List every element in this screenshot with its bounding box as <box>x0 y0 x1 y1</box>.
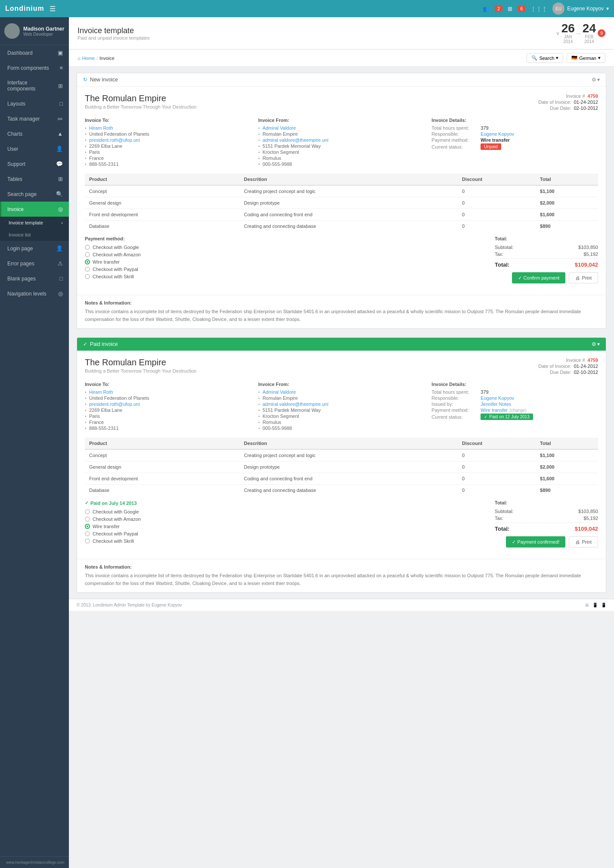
settings-icon: ⚙ <box>592 341 596 347</box>
sidebar-item-label: Support <box>7 161 54 167</box>
sidebar-item-dashboard[interactable]: Dashboard ▣ <box>0 45 69 60</box>
payment-confirmed-button[interactable]: ✓ Payment confirmed! <box>506 536 566 548</box>
radio-circle-skrill-paid <box>85 538 90 544</box>
radio-wire-transfer[interactable]: Wire transfer <box>85 259 486 264</box>
user-icon: 👤 <box>56 146 63 152</box>
list-item: 5151 Pardek Memorial Way <box>258 408 425 413</box>
sidebar-item-tables[interactable]: Tables ⊞ <box>0 171 69 187</box>
radio-label-google-paid: Checkout with Google <box>93 509 139 514</box>
sidebar-sub-item-invoice-list[interactable]: Invoice list <box>0 229 69 241</box>
table-row: Concept Creating project concept and log… <box>85 185 598 197</box>
date-from-month: JAN2014 <box>561 34 575 44</box>
layout-icon: □ <box>59 100 63 107</box>
sidebar: Madison Gartner Web Developer Dashboard … <box>0 17 69 868</box>
radio-checkout-paypal-paid[interactable]: Checkout with Paypal <box>85 531 486 536</box>
from-email-link[interactable]: admiral.valdore@theempire.uni <box>263 137 329 143</box>
radio-checkout-amazon[interactable]: Checkout with Amazon <box>85 252 486 257</box>
payment-change-paid[interactable]: (change) <box>509 408 526 413</box>
hours-row: Total hours spent: 379 <box>431 125 598 131</box>
paid-invoice-settings[interactable]: ⚙ ▾ <box>592 341 600 347</box>
users-icon[interactable]: 👥 <box>483 6 490 12</box>
company-tagline-paid: Building a Better Tomorrow Through Your … <box>85 368 196 373</box>
payment-method-section-paid: ✓ Paid on July 14 2013 Checkout with Goo… <box>85 500 486 548</box>
contact-email-link-paid[interactable]: president.roth@ufop.uni <box>89 401 140 407</box>
radio-checkout-skrill[interactable]: Checkout with Skrill <box>85 274 486 279</box>
subtotal-value-paid: $103,850 <box>578 509 598 514</box>
from-email-link-paid[interactable]: admiral.valdore@theempire.uni <box>263 401 329 407</box>
list-item: 888-555-2311 <box>85 426 251 431</box>
responsible-link-paid[interactable]: Eugene Kopyov <box>481 395 514 401</box>
radio-circle-amazon <box>85 252 90 257</box>
sidebar-item-support[interactable]: Support 💬 <box>0 156 69 171</box>
radio-checkout-amazon-paid[interactable]: Checkout with Amazon <box>85 516 486 522</box>
list-item: United Federation of Planets <box>85 131 251 137</box>
sidebar-item-search-page[interactable]: Search page 🔍 <box>0 187 69 202</box>
table-row: Front end development Coding and connect… <box>85 209 598 221</box>
radio-checkout-google[interactable]: Checkout with Google <box>85 245 486 250</box>
confirm-payment-button[interactable]: ✓ Confirm payment <box>512 272 566 283</box>
contact-name-link-paid[interactable]: Hiram Roth <box>89 389 113 395</box>
radio-label-google: Checkout with Google <box>93 245 139 250</box>
from-name-link[interactable]: Admiral Valdore <box>263 125 296 131</box>
invoice-settings-button[interactable]: ⚙ ▾ <box>592 77 600 83</box>
product-discount: 0 <box>458 473 536 485</box>
sidebar-item-invoice[interactable]: Invoice ◎ <box>0 202 69 217</box>
radio-circle-wire <box>85 259 90 264</box>
contact-name-link[interactable]: Hiram Roth <box>89 125 113 131</box>
settings-icon: ⚙ <box>592 77 596 83</box>
breadcrumb-home[interactable]: Home <box>82 56 95 61</box>
sidebar-sub-label: Invoice list <box>9 232 31 237</box>
issued-link-paid[interactable]: Jennifer Notes <box>481 401 511 407</box>
sidebar-item-blank-pages[interactable]: Blank pages □ <box>0 271 69 286</box>
invoice-details-title-paid: Invoice Details: <box>431 382 598 387</box>
radio-checkout-google-paid[interactable]: Checkout with Google <box>85 509 486 514</box>
radio-circle-paypal-paid <box>85 531 90 536</box>
sidebar-item-form-components[interactable]: Form components ≡ <box>0 60 69 75</box>
radio-checkout-skrill-paid[interactable]: Checkout with Skrill <box>85 538 486 544</box>
sidebar-item-user[interactable]: User 👤 <box>0 141 69 156</box>
print-button-paid[interactable]: 🖨 Print <box>569 536 598 548</box>
hamburger-icon[interactable]: ☰ <box>50 5 56 13</box>
topbar-user[interactable]: EU Eugene Kopyov ▾ <box>552 3 609 15</box>
grid-icon[interactable]: ⊞ <box>508 6 512 12</box>
product-discount: 0 <box>458 197 536 209</box>
product-table: Product Descrition Discount Total Concep… <box>85 174 598 232</box>
totals-title: Total: <box>495 236 598 241</box>
sidebar-item-interface-components[interactable]: Interface components ⊞ <box>0 75 69 96</box>
apps-icon[interactable]: ⋮⋮⋮ <box>530 6 547 12</box>
sidebar-sub-item-invoice-template[interactable]: Invoice template › <box>0 217 69 229</box>
task-icon: ≔ <box>57 115 63 122</box>
list-item: United Federation of Planets <box>85 395 251 401</box>
sidebar-sub-label: Invoice template <box>9 220 43 225</box>
sidebar-item-navigation-levels[interactable]: Navigation levels ◎ <box>0 286 69 301</box>
language-button[interactable]: 🇩🇪 German ▾ <box>567 53 605 63</box>
total-label: Total: <box>495 261 509 268</box>
list-item: 2269 Elba Lane <box>85 143 251 149</box>
sidebar-item-login-page[interactable]: Login page 👤 <box>0 241 69 256</box>
sidebar-item-charts[interactable]: Charts ▲ <box>0 126 69 141</box>
radio-wire-transfer-paid[interactable]: Wire transfer <box>85 524 486 529</box>
hours-label: Total hours spent: <box>431 125 479 131</box>
contact-email-link[interactable]: president.roth@ufop.uni <box>89 137 140 143</box>
invoice-from-list: Admiral Valdore Romulan Empire admiral.v… <box>258 125 425 167</box>
main-layout: Madison Gartner Web Developer Dashboard … <box>0 17 614 868</box>
radio-checkout-paypal[interactable]: Checkout with Paypal <box>85 267 486 272</box>
sidebar-user-role: Web Developer <box>23 32 64 37</box>
radio-circle-google <box>85 245 90 250</box>
print-icon: 🖨 <box>575 539 580 544</box>
chevron-down-icon: ▾ <box>606 6 609 12</box>
sidebar-item-task-manager[interactable]: Task manager ≔ <box>0 111 69 126</box>
page-header-right: ∨ 26 JAN2014 – 24 FEB2014 9 <box>556 22 605 44</box>
search-button[interactable]: 🔍 Search ▾ <box>527 53 563 63</box>
from-name-link-paid[interactable]: Admiral Valdore <box>263 389 296 395</box>
product-total: $1,100 <box>536 185 598 197</box>
invoice-no-label: Invoice # <box>566 93 585 99</box>
list-item: 000-555-9988 <box>258 162 425 167</box>
sidebar-item-layouts[interactable]: Layouts □ <box>0 96 69 111</box>
payment-link-paid[interactable]: Wire transfer <box>481 408 508 413</box>
responsible-link[interactable]: Eugene Kopyov <box>481 131 514 137</box>
radio-label-skrill-paid: Checkout with Skrill <box>93 538 134 544</box>
invoice-card-header-unpaid: ↻ New invoice ⚙ ▾ <box>77 73 606 87</box>
sidebar-item-error-pages[interactable]: Error pages ⚠ <box>0 256 69 271</box>
print-button[interactable]: 🖨 Print <box>569 272 598 283</box>
